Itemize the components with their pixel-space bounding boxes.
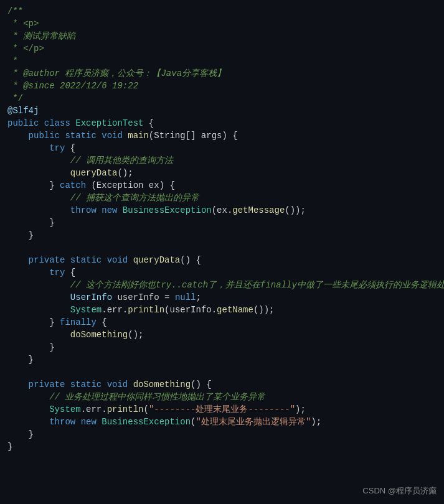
code-line: // 调用其他类的查询方法 [7, 154, 437, 167]
code-line: queryData(); [7, 167, 437, 179]
code-line: private static void doSomething() { [7, 378, 437, 391]
code-line: } [7, 353, 437, 366]
code-line: * @since 2022/12/6 19:22 [7, 80, 437, 92]
code-line: public static void main(String[] args) { [7, 129, 437, 142]
code-line: * <p> [7, 17, 437, 30]
code-line: } [7, 229, 437, 241]
code-line: try { [7, 142, 437, 154]
code-line: } [7, 428, 437, 441]
watermark: CSDN @程序员济癫 [362, 485, 437, 497]
code-line: throw new BusinessException(ex.getMessag… [7, 204, 437, 217]
code-line: */ [7, 92, 437, 105]
code-line: // 捕获这个查询方法抛出的异常 [7, 192, 437, 204]
code-line: * </p> [7, 42, 437, 55]
code-line: private static void queryData() { [7, 254, 437, 266]
code-line: // 业务处理过程中你同样习惯性地抛出了某个业务异常 [7, 391, 437, 403]
code-line [7, 241, 437, 254]
code-block: /** * <p> * 测试异常缺陷 * </p> * * @author 程序… [7, 5, 437, 453]
code-line: try { [7, 266, 437, 279]
code-line: * [7, 55, 437, 67]
code-line: /** [7, 5, 437, 17]
code-line: } [7, 341, 437, 353]
code-line: UserInfo userInfo = null; [7, 291, 437, 304]
code-editor: /** * <p> * 测试异常缺陷 * </p> * * @author 程序… [0, 0, 444, 504]
code-line: } finally { [7, 316, 437, 329]
code-line: // 这个方法刚好你也try..catch了，并且还在finally中做了一些未… [7, 279, 437, 291]
code-line: System.err.println(userInfo.getName()); [7, 304, 437, 316]
code-line: } [7, 217, 437, 229]
code-line: } [7, 441, 437, 453]
code-line: doSomething(); [7, 329, 437, 341]
code-line: } catch (Exception ex) { [7, 179, 437, 192]
code-line: throw new BusinessException("处理末尾业务抛出逻辑异… [7, 416, 437, 428]
code-line: System.err.println("--------处理末尾业务------… [7, 403, 437, 416]
code-line: public class ExceptionTest { [7, 117, 437, 129]
code-line: @Slf4j [7, 105, 437, 117]
code-line: * 测试异常缺陷 [7, 30, 437, 42]
code-line [7, 366, 437, 378]
code-line: * @author 程序员济癫，公众号：【Java分享客栈】 [7, 67, 437, 80]
